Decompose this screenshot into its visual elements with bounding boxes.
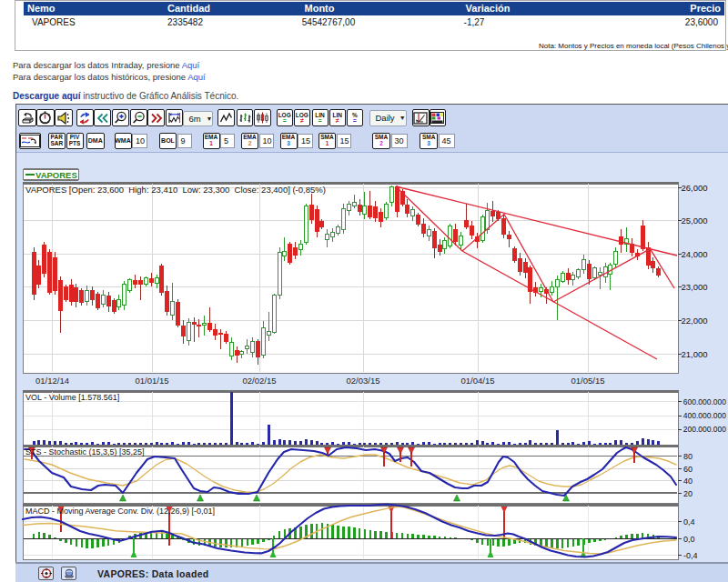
svg-text:20: 20 (683, 489, 693, 498)
svg-text:VAPORES [Open: 23,600 High: 2: VAPORES [Open: 23,600 High: 23,410 Low: … (25, 185, 326, 195)
svg-text:400.000.000: 400.000.000 (683, 411, 727, 420)
svg-text:26,000: 26,000 (682, 183, 708, 193)
svg-text:0,4: 0,4 (683, 517, 695, 527)
svg-text:-0,4: -0,4 (683, 551, 698, 560)
svg-text:02/02/15: 02/02/15 (243, 376, 277, 386)
svg-text:60: 60 (683, 465, 693, 474)
svg-text:VOL - Volume [1.578.561]: VOL - Volume [1.578.561] (25, 393, 119, 402)
svg-text:22,000: 22,000 (682, 316, 708, 326)
svg-text:23,000: 23,000 (682, 282, 708, 292)
svg-text:01/05/15: 01/05/15 (571, 376, 605, 386)
svg-text:VAPORES: VAPORES (35, 170, 77, 180)
svg-text:25,000: 25,000 (682, 216, 708, 226)
svg-text:80: 80 (683, 452, 693, 461)
svg-text:STS - Stochastic (15,3,5) [35,: STS - Stochastic (15,3,5) [35,25] (25, 447, 145, 457)
svg-text:0,0: 0,0 (683, 535, 695, 544)
svg-text:01/12/14: 01/12/14 (35, 376, 69, 386)
svg-text:02/03/15: 02/03/15 (347, 376, 380, 386)
svg-text:600.000.000: 600.000.000 (683, 397, 727, 406)
svg-text:MACD - Moving Average Conv. Di: MACD - Moving Average Conv. Div. (12,26,… (25, 507, 215, 516)
svg-text:01/01/15: 01/01/15 (136, 376, 169, 386)
svg-text:40: 40 (683, 477, 693, 486)
svg-text:24,000: 24,000 (682, 249, 708, 259)
svg-text:21,000: 21,000 (682, 349, 708, 359)
svg-text:01/04/15: 01/04/15 (461, 376, 495, 386)
svg-text:200.000.000: 200.000.000 (683, 425, 727, 434)
